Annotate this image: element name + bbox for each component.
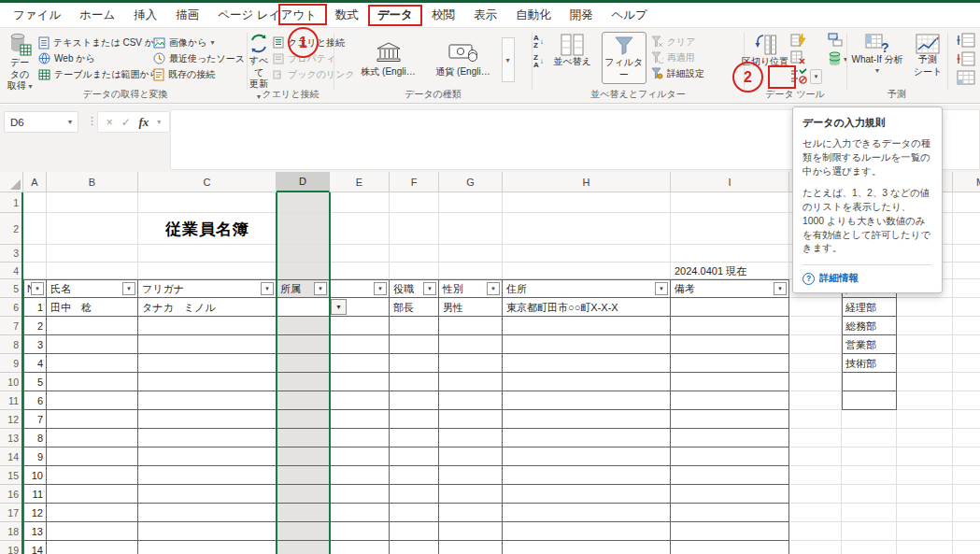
row-header-11[interactable]: 11 (0, 391, 23, 410)
cell-L19[interactable] (897, 541, 953, 554)
cell-M8[interactable] (953, 335, 980, 354)
cell-M12[interactable] (953, 410, 980, 429)
cell-G13[interactable] (439, 429, 503, 447)
cell-H8[interactable] (503, 335, 671, 354)
cell-G4[interactable] (439, 263, 503, 279)
cell-E13[interactable] (330, 429, 390, 447)
row-header-16[interactable]: 16 (0, 485, 23, 504)
column-header-D[interactable]: D (277, 172, 330, 192)
currency-data-type-button[interactable]: 通貨 (Engli… (427, 42, 500, 78)
cell-B7[interactable] (47, 317, 138, 335)
cell-C8[interactable] (138, 335, 277, 354)
forecast-sheet-button[interactable]: 予測 シート (912, 32, 944, 78)
cell-M4[interactable] (953, 263, 980, 279)
cell-C13[interactable] (138, 429, 277, 447)
cell-F2[interactable] (390, 213, 439, 245)
row-header-8[interactable]: 8 (0, 335, 23, 354)
cell-J7[interactable] (789, 317, 842, 335)
cell-F14[interactable] (390, 447, 439, 466)
cell-D8[interactable] (277, 335, 330, 354)
column-header-C[interactable]: C (138, 172, 277, 192)
row-header-4[interactable]: 4 (0, 263, 23, 279)
cell-J18[interactable] (789, 522, 842, 541)
ribbon-tab-自動化[interactable]: 自動化 (506, 5, 561, 26)
cell-D15[interactable] (277, 466, 330, 485)
cell-M1[interactable] (953, 192, 980, 213)
cell-L18[interactable] (897, 522, 953, 541)
cell-H17[interactable] (503, 504, 671, 522)
recent-sources-button[interactable]: 最近使ったソース (153, 50, 245, 66)
cell-E17[interactable] (330, 504, 390, 522)
cell-C9[interactable] (138, 354, 277, 373)
cell-I13[interactable] (671, 429, 789, 447)
cell-M17[interactable] (953, 504, 980, 522)
cell-F9[interactable] (390, 354, 439, 373)
column-header-A[interactable]: A (23, 172, 47, 192)
cell-L17[interactable] (897, 504, 953, 522)
cell-L6[interactable] (897, 298, 953, 317)
row-header-15[interactable]: 15 (0, 466, 23, 485)
cell-C4[interactable] (138, 263, 277, 279)
cell-G9[interactable] (439, 354, 503, 373)
cell-E14[interactable] (330, 447, 390, 466)
cell-D11[interactable] (277, 391, 330, 410)
row-header-1[interactable]: 1 (0, 192, 23, 213)
cell-F1[interactable] (390, 192, 439, 213)
cell-J17[interactable] (789, 504, 842, 522)
cell-L9[interactable] (897, 354, 953, 373)
cell-I6[interactable] (671, 298, 789, 317)
cell-D16[interactable] (277, 485, 330, 504)
cell-G15[interactable] (439, 466, 503, 485)
cell-D18[interactable] (277, 522, 330, 541)
cell-A3[interactable] (23, 245, 47, 263)
cell-C17[interactable] (138, 504, 277, 522)
cell-K18[interactable] (842, 522, 897, 541)
cell-I7[interactable] (671, 317, 789, 335)
what-if-analysis-button[interactable]: ? What-If 分析 ▾ (850, 32, 904, 78)
cell-H3[interactable] (503, 245, 671, 263)
cell-M18[interactable] (953, 522, 980, 541)
cell-G17[interactable] (439, 504, 503, 522)
cell-H11[interactable] (503, 391, 671, 410)
cell-M11[interactable] (953, 391, 980, 410)
cell-M19[interactable] (953, 541, 980, 554)
cell-D12[interactable] (277, 410, 330, 429)
row-header-12[interactable]: 12 (0, 410, 23, 429)
cancel-icon[interactable]: × (107, 116, 113, 129)
cell-C7[interactable] (138, 317, 277, 335)
filter-dropdown-C5[interactable]: ▼ (261, 282, 274, 295)
cell-I11[interactable] (671, 391, 789, 410)
cell-validation-dropdown-button[interactable]: ▼ (331, 299, 347, 315)
cell-H1[interactable] (503, 192, 671, 213)
cell-G16[interactable] (439, 485, 503, 504)
cell-E12[interactable] (330, 410, 390, 429)
row-header-3[interactable]: 3 (0, 245, 23, 263)
cell-B14[interactable] (47, 447, 138, 466)
cell-B12[interactable] (47, 410, 138, 429)
cell-B3[interactable] (47, 245, 138, 263)
column-header-F[interactable]: F (390, 172, 439, 192)
cell-H2[interactable] (503, 213, 671, 245)
cell-I3[interactable] (671, 245, 789, 263)
cell-K15[interactable] (842, 466, 897, 485)
sort-button[interactable]: 並べ替え (548, 32, 597, 68)
cell-A4[interactable] (23, 263, 47, 279)
cell-J15[interactable] (789, 466, 842, 485)
cell-B10[interactable] (47, 373, 138, 391)
cell-I19[interactable] (671, 541, 789, 554)
cell-G19[interactable] (439, 541, 503, 554)
filter-dropdown-E5[interactable]: ▼ (374, 282, 387, 295)
cell-J13[interactable] (789, 429, 842, 447)
cell-F11[interactable] (390, 391, 439, 410)
cell-D4[interactable] (277, 263, 330, 279)
ribbon-tab-描画[interactable]: 描画 (166, 5, 208, 26)
cell-L15[interactable] (897, 466, 953, 485)
cell-H4[interactable] (503, 263, 671, 279)
cell-B13[interactable] (47, 429, 138, 447)
column-header-G[interactable]: G (439, 172, 503, 192)
cell-M3[interactable] (953, 245, 980, 263)
cell-I16[interactable] (671, 485, 789, 504)
cell-B19[interactable] (47, 541, 138, 554)
cell-J19[interactable] (789, 541, 842, 554)
cell-G18[interactable] (439, 522, 503, 541)
